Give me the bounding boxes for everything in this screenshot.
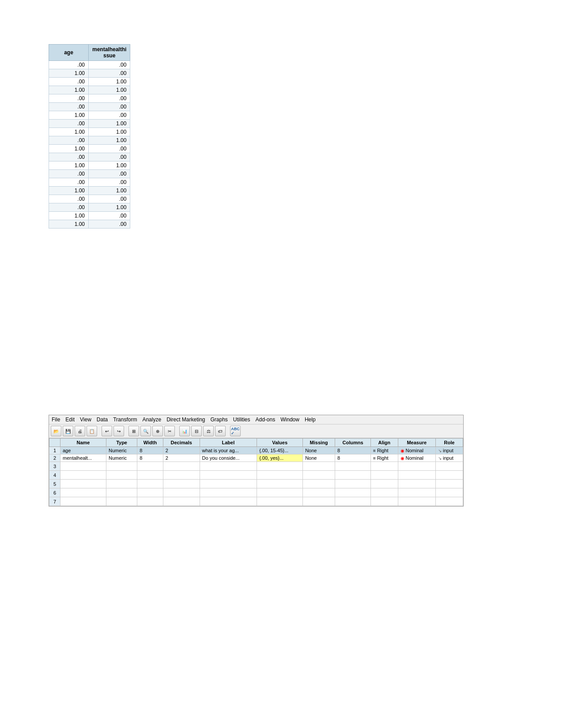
empty-cell[interactable]: [436, 480, 463, 488]
empty-cell[interactable]: [398, 471, 436, 480]
empty-cell[interactable]: [303, 462, 335, 471]
menu-window[interactable]: Window: [280, 417, 299, 423]
empty-cell[interactable]: [60, 462, 106, 471]
empty-cell[interactable]: [257, 480, 303, 488]
empty-cell[interactable]: [60, 488, 106, 497]
var-name[interactable]: age: [60, 447, 106, 454]
empty-cell[interactable]: [106, 497, 137, 506]
menu-data[interactable]: Data: [97, 417, 108, 423]
var-label[interactable]: what is your ag...: [200, 447, 257, 454]
empty-cell[interactable]: [257, 471, 303, 480]
menu-edit[interactable]: Edit: [65, 417, 75, 423]
var-role[interactable]: ↘ input: [436, 447, 463, 454]
var-columns[interactable]: 8: [335, 447, 370, 454]
empty-cell[interactable]: [163, 480, 200, 488]
empty-cell[interactable]: [335, 462, 370, 471]
var-missing[interactable]: None: [303, 454, 335, 462]
empty-cell[interactable]: [60, 471, 106, 480]
menu-help[interactable]: Help: [305, 417, 316, 423]
var-type[interactable]: Numeric: [106, 454, 137, 462]
empty-cell[interactable]: [436, 497, 463, 506]
var-width[interactable]: 8: [137, 454, 163, 462]
valuelab-button[interactable]: 🏷: [215, 426, 226, 436]
split-button[interactable]: ⊟: [191, 426, 202, 436]
empty-cell[interactable]: [436, 471, 463, 480]
empty-cell[interactable]: [200, 471, 257, 480]
undo-button[interactable]: ↩: [102, 426, 112, 436]
weight-button[interactable]: ⚖: [203, 426, 214, 436]
redo-button[interactable]: ↪: [113, 426, 124, 436]
empty-cell[interactable]: [398, 488, 436, 497]
var-columns[interactable]: 8: [335, 454, 370, 462]
delete-button[interactable]: ✂: [164, 426, 175, 436]
empty-cell[interactable]: [398, 497, 436, 506]
var-role[interactable]: ↘ input: [436, 454, 463, 462]
var-values[interactable]: {.00, yes}...: [257, 454, 303, 462]
var-label[interactable]: Do you conside...: [200, 454, 257, 462]
empty-cell[interactable]: [436, 462, 463, 471]
empty-cell[interactable]: [371, 480, 398, 488]
empty-cell[interactable]: [106, 480, 137, 488]
menu-file[interactable]: File: [52, 417, 60, 423]
recall-button[interactable]: 📋: [87, 426, 97, 436]
empty-cell[interactable]: [163, 462, 200, 471]
empty-cell[interactable]: [106, 471, 137, 480]
empty-cell[interactable]: [106, 462, 137, 471]
chart-button[interactable]: 📊: [179, 426, 190, 436]
empty-cell[interactable]: [137, 497, 163, 506]
var-name[interactable]: mentalhealt...: [60, 454, 106, 462]
find-button[interactable]: 🔍: [140, 426, 151, 436]
empty-cell[interactable]: [163, 488, 200, 497]
menu-utilities[interactable]: Utilities: [233, 417, 250, 423]
menu-transform[interactable]: Transform: [113, 417, 137, 423]
empty-cell[interactable]: [200, 488, 257, 497]
empty-cell[interactable]: [200, 462, 257, 471]
save-button[interactable]: 💾: [63, 426, 73, 436]
empty-cell[interactable]: [200, 480, 257, 488]
var-decimals[interactable]: 2: [163, 447, 200, 454]
empty-cell[interactable]: [257, 488, 303, 497]
empty-cell[interactable]: [137, 480, 163, 488]
empty-cell[interactable]: [60, 480, 106, 488]
print-button[interactable]: 🖨: [75, 426, 85, 436]
empty-cell[interactable]: [303, 480, 335, 488]
menu-addons[interactable]: Add-ons: [256, 417, 276, 423]
menu-view[interactable]: View: [80, 417, 91, 423]
var-decimals[interactable]: 2: [163, 454, 200, 462]
var-measure[interactable]: ◉ Nominal: [398, 454, 436, 462]
menu-analyze[interactable]: Analyze: [142, 417, 161, 423]
empty-cell[interactable]: [436, 488, 463, 497]
var-align[interactable]: ≡ Right: [371, 454, 398, 462]
menu-direct-marketing[interactable]: Direct Marketing: [166, 417, 205, 423]
empty-cell[interactable]: [371, 488, 398, 497]
var-values[interactable]: {.00, 15-45}...: [257, 447, 303, 454]
empty-cell[interactable]: [163, 471, 200, 480]
insert-button[interactable]: ⊕: [152, 426, 163, 436]
var-type[interactable]: Numeric: [106, 447, 137, 454]
empty-cell[interactable]: [257, 497, 303, 506]
empty-cell[interactable]: [137, 462, 163, 471]
empty-cell[interactable]: [335, 471, 370, 480]
row-number[interactable]: 2: [49, 454, 60, 462]
goto-button[interactable]: ⊞: [128, 426, 139, 436]
var-measure[interactable]: ◉ Nominal: [398, 447, 436, 454]
empty-cell[interactable]: [371, 462, 398, 471]
empty-cell[interactable]: [303, 488, 335, 497]
empty-cell[interactable]: [163, 497, 200, 506]
empty-cell[interactable]: [303, 471, 335, 480]
spelling-button[interactable]: ABC✓: [230, 426, 241, 436]
var-missing[interactable]: None: [303, 447, 335, 454]
empty-cell[interactable]: [200, 497, 257, 506]
var-width[interactable]: 8: [137, 447, 163, 454]
empty-cell[interactable]: [398, 462, 436, 471]
empty-cell[interactable]: [257, 462, 303, 471]
empty-cell[interactable]: [303, 497, 335, 506]
var-align[interactable]: ≡ Right: [371, 447, 398, 454]
empty-cell[interactable]: [335, 488, 370, 497]
menu-graphs[interactable]: Graphs: [210, 417, 227, 423]
empty-cell[interactable]: [60, 497, 106, 506]
empty-cell[interactable]: [137, 471, 163, 480]
row-number[interactable]: 1: [49, 447, 60, 454]
empty-cell[interactable]: [106, 488, 137, 497]
empty-cell[interactable]: [371, 497, 398, 506]
